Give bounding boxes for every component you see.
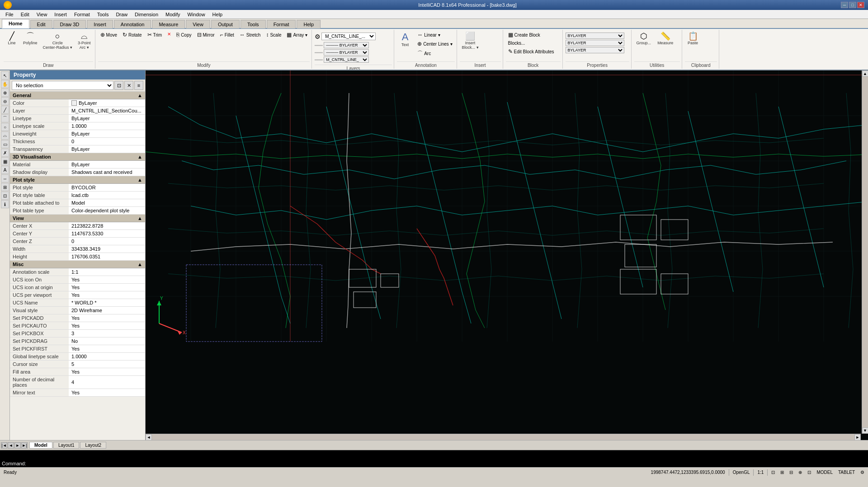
menu-edit[interactable]: Edit	[17, 11, 33, 18]
toolbar-layer[interactable]: ⊞	[1, 183, 9, 191]
toolbar-pan[interactable]: ✋	[1, 80, 9, 88]
prop-val-center-x[interactable]: 2123822.8728	[69, 222, 145, 230]
general-section-header[interactable]: General ▲	[10, 92, 145, 99]
arc-dim-button[interactable]: ⌒ Arc	[415, 49, 454, 58]
toolbar-erase[interactable]: ✗	[1, 149, 9, 157]
measure-button[interactable]: 📏 Measure	[655, 31, 675, 47]
toolbar-polyline[interactable]: ⌒	[1, 114, 9, 122]
prop-val-color[interactable]: ByLayer	[69, 99, 145, 107]
insert-block-button[interactable]: ⬜ InsertBlock... ▾	[460, 31, 481, 51]
menu-draw[interactable]: Draw	[112, 11, 131, 18]
prop-btn-2[interactable]: ✕	[124, 81, 133, 90]
edit-block-attr-button[interactable]: ✎ Edit Block Attributes	[506, 47, 557, 56]
fillet-button[interactable]: ⌐ Fillet	[218, 31, 236, 39]
layout-first-button[interactable]: |◄	[1, 442, 7, 449]
toolbar-hatch[interactable]: ▦	[1, 157, 9, 165]
vertical-scrollbar[interactable]: ▲ ▼	[862, 70, 868, 434]
command-input[interactable]	[28, 460, 866, 466]
layout-tab-2[interactable]: Layout2	[80, 442, 106, 449]
tab-tools[interactable]: Tools	[241, 20, 266, 28]
status-grid[interactable]: ⊞	[778, 470, 786, 475]
stretch-button[interactable]: ↔ Stretch	[237, 31, 263, 39]
prop-val-width[interactable]: 334338.3419	[69, 245, 145, 253]
lineweight-selector[interactable]: M_CNTRL_LINE_	[324, 56, 369, 63]
paste-button[interactable]: 📋 Paste	[685, 31, 701, 47]
prop-val-pickauto[interactable]: Yes	[69, 322, 145, 330]
cad-canvas-area[interactable]: X Y ▲ ▼ ◄ ►	[146, 70, 868, 440]
menu-tools[interactable]: Tools	[94, 11, 113, 18]
prop-bylayer-1[interactable]: BYLAYER	[566, 33, 624, 39]
prop-val-center-z[interactable]: 0	[69, 238, 145, 245]
mirror-button[interactable]: ⊟ Mirror	[195, 31, 217, 39]
toolbar-line[interactable]: ╱	[1, 106, 9, 114]
prop-btn-3[interactable]: ≡	[134, 81, 143, 90]
view-section-header[interactable]: View ▲	[10, 215, 145, 222]
plot-section-header[interactable]: Plot style ▲	[10, 176, 145, 184]
prop-val-linetype[interactable]: ByLayer	[69, 115, 145, 122]
tab-help[interactable]: Help	[297, 20, 321, 28]
toolbar-text[interactable]: A	[1, 166, 9, 174]
toolbar-properties[interactable]: ℹ	[1, 200, 9, 208]
move-button[interactable]: ⊕ Move	[98, 31, 119, 39]
toolbar-dim[interactable]: ↔	[1, 174, 9, 183]
array-button[interactable]: ▦ Array ▾	[284, 31, 310, 39]
maximize-button[interactable]: □	[849, 2, 856, 8]
prop-btn-1[interactable]: ⊡	[114, 81, 123, 90]
prop-val-plot-attached[interactable]: Model	[69, 199, 145, 207]
status-snap[interactable]: ⊡	[769, 470, 777, 475]
prop-val-shadow[interactable]: Shadows cast and received	[69, 169, 145, 176]
linear-button[interactable]: ↔ Linear ▾	[415, 31, 454, 39]
prop-val-lineweight[interactable]: ByLayer	[69, 130, 145, 138]
menu-insert[interactable]: Insert	[51, 11, 71, 18]
status-tablet[interactable]: TABLET	[836, 470, 857, 475]
status-osnap[interactable]: ⊡	[806, 470, 813, 475]
prop-bylayer-3[interactable]: BYLAYER	[566, 47, 624, 53]
scale-button[interactable]: ↕ Scale	[264, 31, 283, 39]
prop-val-cursor[interactable]: 5	[69, 361, 145, 368]
tab-format[interactable]: Format	[267, 20, 296, 28]
scroll-left-button[interactable]: ◄	[146, 434, 152, 440]
prop-val-plot-table[interactable]: lcad.ctb	[69, 192, 145, 199]
status-render-mode[interactable]: OpenGL	[731, 470, 752, 475]
trim-button[interactable]: ✂ Trim	[145, 31, 165, 39]
tab-view[interactable]: View	[186, 20, 210, 28]
prop-val-plot-type[interactable]: Color-dependent plot style	[69, 207, 145, 215]
3d-section-header[interactable]: 3D Visualisation ▲	[10, 153, 145, 161]
polyline-button[interactable]: ⌒ Polyline	[21, 31, 40, 47]
prop-val-ucs-origin[interactable]: Yes	[69, 284, 145, 291]
toolbar-select[interactable]: ↖	[1, 71, 9, 80]
linetype-selector[interactable]: ——— BYLAYER	[324, 49, 369, 56]
toolbar-zoom-out[interactable]: ⊖	[1, 97, 9, 105]
minimize-button[interactable]: ─	[841, 2, 848, 8]
status-polar[interactable]: ⊕	[797, 470, 804, 475]
layer-settings-button[interactable]: ⚙	[315, 33, 321, 40]
scroll-down-button[interactable]: ▼	[862, 427, 868, 434]
prop-val-plot-style[interactable]: BYCOLOR	[69, 184, 145, 192]
prop-val-transparency[interactable]: ByLayer	[69, 145, 145, 153]
prop-val-global-lt[interactable]: 1.0000	[69, 353, 145, 361]
rotate-button[interactable]: ↻ Rotate	[120, 31, 144, 39]
prop-val-height[interactable]: 176706.0351	[69, 253, 145, 261]
tab-measure[interactable]: Measure	[152, 20, 185, 28]
prop-val-center-y[interactable]: 1147673.5330	[69, 230, 145, 238]
menu-dimension[interactable]: Dimension	[131, 11, 162, 18]
layout-next-button[interactable]: ►	[14, 442, 21, 449]
layout-last-button[interactable]: ►|	[21, 442, 28, 449]
layout-prev-button[interactable]: ◄	[8, 442, 14, 449]
arc-button[interactable]: ⌓ 3-PointArc ▾	[75, 31, 93, 51]
create-block-button[interactable]: ▦ Create Block	[506, 31, 542, 39]
horizontal-scrollbar[interactable]: ◄ ►	[146, 434, 861, 440]
tab-output[interactable]: Output	[211, 20, 240, 28]
prop-val-pickbox[interactable]: 3	[69, 330, 145, 337]
tab-draw3d[interactable]: Draw 3D	[53, 20, 86, 28]
tab-insert[interactable]: Insert	[87, 20, 113, 28]
prop-val-pickadd[interactable]: Yes	[69, 314, 145, 322]
prop-val-visual-style[interactable]: 2D Wireframe	[69, 307, 145, 314]
prop-bylayer-2[interactable]: BYLAYER	[566, 40, 624, 46]
center-lines-button[interactable]: ⊕ Center Lines ▾	[415, 40, 454, 48]
prop-val-decimals[interactable]: 4	[69, 376, 145, 389]
status-model[interactable]: MODEL	[815, 470, 835, 475]
prop-val-material[interactable]: ByLayer	[69, 161, 145, 169]
tab-home[interactable]: Home	[2, 19, 29, 28]
menu-window[interactable]: Window	[184, 11, 208, 18]
